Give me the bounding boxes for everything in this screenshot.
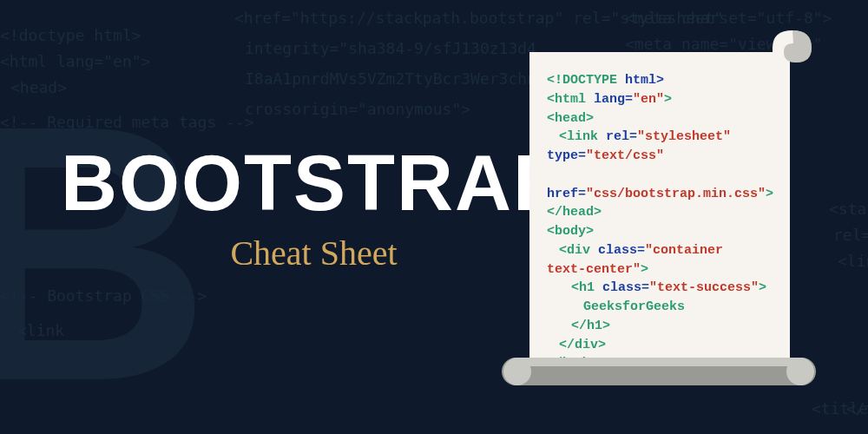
bg-code: <html lang="en">	[0, 52, 150, 70]
bg-code: <link	[838, 252, 868, 270]
bg-code: <meta charset="utf-8">	[625, 9, 832, 27]
bg-code: <head>	[10, 78, 67, 96]
bg-code: <link	[17, 321, 64, 339]
scroll-curl-top-icon	[768, 26, 825, 82]
bg-code: </title>	[846, 399, 868, 418]
title-block: BOOTSTRAP Cheat Sheet	[61, 139, 567, 273]
bg-code: <!doctype html>	[0, 26, 141, 44]
bg-code: integrity="sha384-9/sfJ130z13d4	[245, 39, 536, 57]
bg-code: crossorigin="anonymous">	[245, 100, 470, 118]
bg-code: <title>	[812, 399, 868, 418]
sub-title: Cheat Sheet	[61, 233, 567, 273]
bg-code: <href="https://stackpath.bootstrap" rel=…	[234, 9, 724, 27]
scroll-curl-bottom-icon	[502, 347, 816, 395]
main-title: BOOTSTRAP	[61, 139, 567, 228]
bg-code: <!-- Bootstrap CSS -->	[0, 286, 207, 305]
code-paper: <!DOCTYPE html> <html lang="en"> <head> …	[529, 52, 790, 360]
bg-code: <!-- Required meta tags -->	[0, 113, 254, 131]
svg-rect-3	[517, 358, 800, 366]
code-scroll: <!DOCTYPE html> <html lang="en"> <head> …	[529, 30, 816, 395]
bg-code: rel=	[833, 226, 868, 244]
code-content: <!DOCTYPE html> <html lang="en"> <head> …	[547, 71, 773, 373]
bg-code: <stackpath>	[829, 200, 868, 218]
